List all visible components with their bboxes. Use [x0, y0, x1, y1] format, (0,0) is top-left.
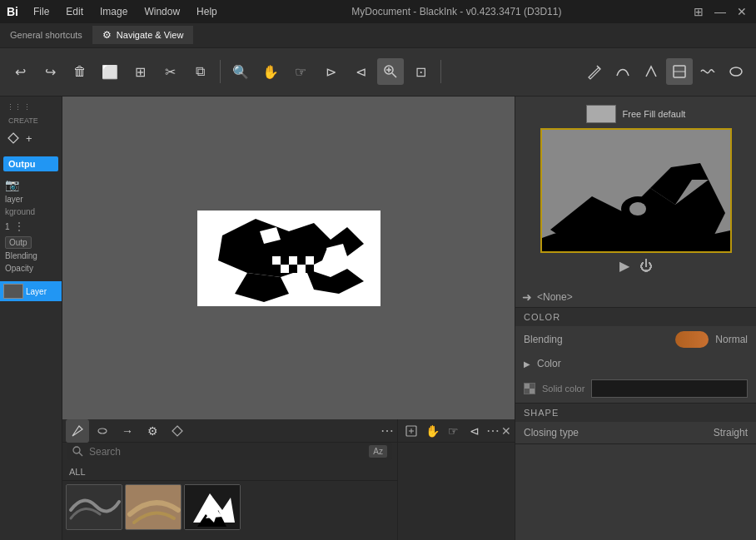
svg-rect-18	[272, 265, 281, 273]
menu-help[interactable]: Help	[191, 4, 222, 19]
svg-rect-17	[289, 256, 297, 265]
zoom-in-button[interactable]	[377, 58, 404, 85]
delete-button[interactable]: 🗑	[67, 58, 93, 85]
sidebar-dots[interactable]: ⋮⋮	[7, 103, 22, 111]
title-bar: Bi File Edit Image Window Help MyDocumen…	[0, 0, 756, 23]
fill-rect[interactable]	[586, 105, 616, 123]
create-label: CREATE	[3, 113, 58, 128]
color-picker[interactable]	[591, 379, 748, 398]
brush-r-rotate[interactable]: ☞	[444, 419, 464, 443]
undo-button[interactable]: ↩	[7, 58, 33, 85]
output-section: Outpu	[3, 156, 58, 171]
brush-thumb-3[interactable]	[184, 484, 241, 530]
power-button[interactable]: ⏻	[639, 259, 653, 274]
brush-nib-button[interactable]	[166, 419, 189, 443]
fill-label-row: Free Fill default	[524, 105, 748, 123]
menu-file[interactable]: File	[28, 4, 54, 19]
color-row[interactable]: ▶ Color	[515, 353, 756, 374]
brush-panel: → ⚙ ⋯ Az	[62, 419, 515, 540]
title-bar-left: Bi File Edit Image Window Help	[7, 4, 222, 19]
fit-button[interactable]: ⊡	[407, 58, 434, 85]
brush-arrow-button[interactable]: →	[116, 419, 139, 443]
layer-panel: 📷 layer kground 1 ⋮ Outp Blending Opacit…	[0, 176, 62, 301]
all-brushes-label: ALL	[69, 467, 390, 477]
layer-output-btn[interactable]: Outp	[0, 235, 62, 250]
tab-navigate-view[interactable]: ⚙ Navigate & View	[92, 26, 194, 44]
menu-image[interactable]: Image	[95, 4, 132, 19]
canvas-area[interactable]	[62, 97, 515, 419]
brush-r-hand[interactable]: ✋	[423, 419, 443, 443]
restore-button[interactable]: ⊞	[691, 4, 706, 19]
forward-button[interactable]: ⊳	[317, 58, 344, 85]
svg-point-27	[98, 429, 107, 433]
svg-point-7	[730, 67, 742, 76]
rotate-button[interactable]: ☞	[287, 58, 314, 85]
solid-check-icon	[524, 383, 535, 394]
close-button[interactable]: ✕	[734, 4, 749, 19]
redo-button[interactable]: ↪	[37, 58, 63, 85]
brush-r-zoom[interactable]	[401, 419, 421, 443]
rp-tool6[interactable]	[723, 58, 749, 85]
brush-pen-button[interactable]	[66, 419, 89, 443]
play-button[interactable]: ▶	[619, 258, 629, 274]
grid-button[interactable]: ⊞	[127, 58, 153, 85]
opacity-label-row: Opacity	[0, 262, 62, 275]
brush-settings-button[interactable]: ⚙	[141, 419, 164, 443]
layer-options-icon[interactable]: ⋮	[13, 220, 25, 233]
toolbar-separator	[220, 60, 221, 83]
svg-rect-23	[297, 265, 306, 273]
menu-window[interactable]: Window	[139, 4, 185, 19]
path-icon	[614, 63, 631, 80]
gear-icon: ⚙	[102, 29, 112, 41]
app-logo: Bi	[7, 5, 18, 18]
solid-color-label: Solid color	[542, 384, 584, 394]
zoom-button[interactable]: 🔍	[227, 58, 254, 85]
sidebar-dot[interactable]: ⋮	[23, 103, 31, 111]
pan-button[interactable]: ✋	[257, 58, 284, 85]
minimize-button[interactable]: —	[713, 4, 728, 19]
brush-right-empty	[398, 443, 515, 540]
blending-label-text: Blending	[5, 251, 37, 260]
cut-button[interactable]: ✂	[157, 58, 183, 85]
copy-button[interactable]: ⧉	[187, 58, 213, 85]
sidebar-create: ⋮⋮ ⋮ CREATE +	[0, 97, 62, 155]
color-expand-icon[interactable]: ▶	[524, 359, 530, 369]
svg-rect-42	[525, 384, 530, 389]
brush-preview-1	[67, 485, 122, 530]
closing-type-row: Closing type Straight	[515, 422, 756, 443]
layer-text: layer	[0, 193, 62, 206]
rp-tool5[interactable]	[694, 58, 721, 85]
svg-point-28	[73, 447, 80, 453]
rp-tool3[interactable]	[638, 58, 664, 85]
eraser-icon	[728, 63, 744, 80]
blending-curve-preview[interactable]	[675, 331, 709, 348]
brush-search-bar: Az	[67, 443, 392, 460]
brush-search-input[interactable]	[89, 446, 364, 458]
rp-tool2[interactable]	[609, 58, 636, 85]
brush-r-back[interactable]: ⊲	[465, 419, 485, 443]
brush-thumb-1[interactable]	[66, 484, 122, 530]
tab-general-shortcuts[interactable]: General shortcuts	[0, 27, 92, 43]
left-sidebar: ⋮⋮ ⋮ CREATE + Outpu 📷 layer	[0, 97, 62, 540]
camera-icon[interactable]: 📷	[5, 178, 19, 191]
brush-thumb-2[interactable]	[125, 484, 182, 530]
svg-rect-16	[281, 256, 289, 265]
square-button[interactable]: ⬜	[97, 58, 123, 85]
layer-item-active[interactable]: Layer	[0, 281, 62, 301]
svg-rect-19	[281, 265, 289, 273]
back-button[interactable]: ⊲	[347, 58, 374, 85]
menu-edit[interactable]: Edit	[61, 4, 88, 19]
brush-round-button[interactable]	[91, 419, 114, 443]
brush-close-icon[interactable]: ✕	[501, 424, 511, 438]
layer-number: 1	[5, 222, 10, 231]
wave-icon	[699, 63, 716, 80]
opacity-label-text: Opacity	[5, 264, 33, 273]
az-sort-button[interactable]: Az	[369, 445, 387, 458]
create-shape-btn[interactable]: +	[3, 128, 58, 148]
toolbar-tabs: General shortcuts ⚙ Navigate & View	[0, 23, 756, 48]
toolbar-area: General shortcuts ⚙ Navigate & View ↩ ↪ …	[0, 23, 756, 97]
brush-r-menu-icon[interactable]: ⋯	[486, 423, 500, 438]
brush-menu-icon[interactable]: ⋯	[380, 423, 394, 438]
rp-tool4[interactable]	[666, 58, 693, 85]
rp-tool1[interactable]	[581, 58, 608, 85]
